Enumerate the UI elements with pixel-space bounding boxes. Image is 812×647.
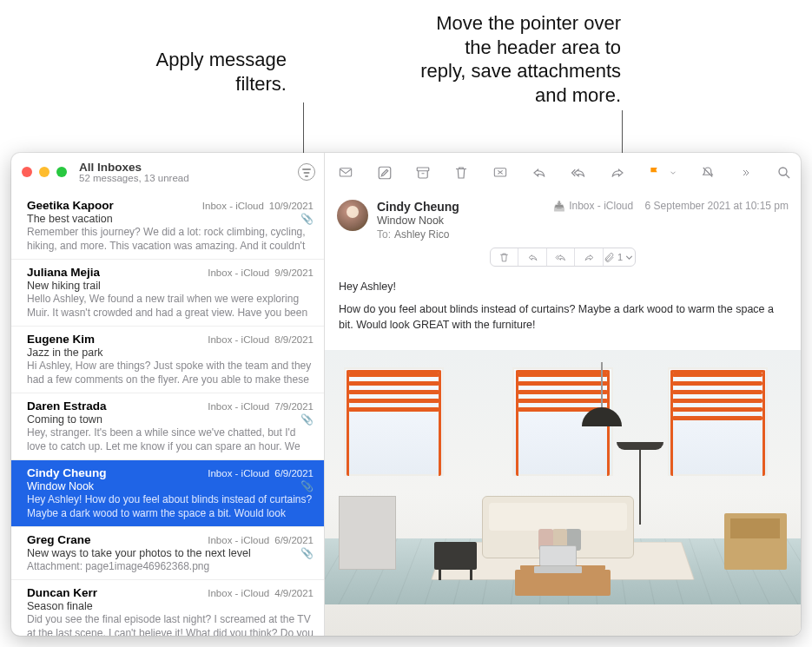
search-icon[interactable] — [776, 164, 792, 182]
message-row[interactable]: Geetika KapoorInbox - iCloud10/9/2021The… — [11, 193, 324, 260]
message-meta: Inbox - iCloud4/9/2021 — [208, 588, 314, 598]
forward-icon[interactable] — [610, 164, 625, 182]
hover-trash-icon[interactable] — [491, 248, 518, 266]
avatar — [337, 200, 368, 231]
message-row[interactable]: Duncan KerrInbox - iCloud4/9/2021Season … — [11, 580, 324, 636]
trash-icon[interactable] — [453, 164, 469, 182]
message-row[interactable]: Greg CraneInbox - iCloud6/9/2021New ways… — [11, 527, 324, 580]
window-close-button[interactable] — [22, 167, 32, 177]
archive-icon[interactable] — [415, 164, 431, 182]
compose-icon[interactable] — [377, 164, 393, 182]
body-line: How do you feel about blinds instead of … — [339, 301, 787, 333]
window-minimize-button[interactable] — [39, 167, 50, 177]
svg-rect-2 — [417, 168, 429, 171]
reading-pane: Cindy Cheung Window Nook To:Ashley Rico … — [325, 153, 801, 636]
attach-count: 1 — [617, 252, 623, 262]
mute-icon[interactable] — [700, 164, 716, 182]
sender: Geetika Kapoor — [27, 199, 114, 212]
window-controls — [22, 167, 67, 177]
list-header-text: All Inboxes 52 messages, 13 unread — [79, 161, 298, 183]
to-label: To: — [377, 228, 391, 241]
header-mailbox: Inbox - iCloud — [553, 200, 633, 212]
header-meta: Cindy Cheung Window Nook To:Ashley Rico — [377, 200, 459, 241]
sender: Daren Estrada — [27, 399, 107, 413]
message-meta: Inbox - iCloud10/9/2021 — [202, 201, 314, 211]
header-hover-toolbar: 1 — [490, 248, 636, 267]
subject: Season finale — [27, 600, 314, 612]
from-name: Cindy Cheung — [377, 200, 459, 214]
paperclip-icon: 📎 — [300, 413, 314, 426]
window-zoom-button[interactable] — [56, 167, 67, 177]
subject: Window Nook📎 — [27, 480, 314, 492]
message-row[interactable]: Cindy CheungInbox - iCloud6/9/2021Window… — [11, 460, 324, 527]
subject: Coming to town📎 — [27, 413, 314, 426]
callout-filter-line — [303, 102, 304, 160]
message-meta: Inbox - iCloud6/9/2021 — [208, 468, 314, 479]
header-subject: Window Nook — [377, 215, 459, 227]
preview: Attachment: page1image46962368.png — [27, 559, 314, 573]
more-icon[interactable] — [738, 164, 754, 182]
message-header[interactable]: Cindy Cheung Window Nook To:Ashley Rico … — [325, 193, 801, 274]
preview: Hello Ashley, We found a new trail when … — [27, 292, 314, 320]
hover-attachments-button[interactable]: 1 — [604, 248, 635, 266]
sender: Juliana Mejia — [27, 266, 100, 279]
hover-reply-icon[interactable] — [518, 248, 546, 266]
message-row[interactable]: Juliana MejiaInbox - iCloud9/9/2021New h… — [11, 260, 324, 327]
message-meta: Inbox - iCloud7/9/2021 — [208, 401, 314, 412]
message-row[interactable]: Eugene KimInbox - iCloud8/9/2021Jazz in … — [11, 327, 324, 393]
message-row[interactable]: Daren EstradaInbox - iCloud7/9/2021Comin… — [11, 393, 324, 460]
attachment-image[interactable] — [325, 350, 801, 636]
message-meta: Inbox - iCloud8/9/2021 — [208, 334, 314, 345]
sender: Eugene Kim — [27, 333, 95, 346]
callout-header-hover: Move the pointer over the header area to… — [343, 11, 621, 107]
mail-icon[interactable] — [337, 164, 354, 182]
sender: Greg Crane — [27, 533, 91, 546]
message-meta: Inbox - iCloud6/9/2021 — [208, 535, 314, 545]
callout-filter: Apply message filters. — [52, 48, 287, 96]
paperclip-icon: 📎 — [300, 480, 314, 492]
paperclip-icon: 📎 — [300, 547, 314, 559]
subject: New hiking trail — [27, 280, 314, 292]
subject: New ways to take your photos to the next… — [27, 547, 314, 559]
inbox-title: All Inboxes — [79, 161, 298, 174]
svg-rect-0 — [340, 168, 351, 176]
list-header: All Inboxes 52 messages, 13 unread — [11, 153, 324, 193]
sender: Cindy Cheung — [27, 466, 107, 479]
message-list[interactable]: Geetika KapoorInbox - iCloud10/9/2021The… — [11, 193, 324, 636]
flag-icon[interactable] — [648, 164, 662, 182]
filter-button[interactable] — [298, 163, 315, 181]
hover-reply-all-icon[interactable] — [547, 248, 575, 266]
subject: The best vacation📎 — [27, 213, 314, 225]
preview: Hi Ashley, How are things? Just spoke wi… — [27, 359, 314, 386]
body-line: Hey Ashley! — [339, 279, 787, 294]
message-list-panel: All Inboxes 52 messages, 13 unread Geeti… — [11, 153, 325, 636]
preview: Hey, stranger. It's been a while since w… — [27, 426, 314, 453]
paperclip-icon: 📎 — [300, 213, 314, 225]
junk-icon[interactable] — [492, 164, 509, 182]
hover-forward-icon[interactable] — [575, 248, 603, 266]
preview: Did you see the final episode last night… — [27, 612, 314, 636]
preview: Hey Ashley! How do you feel about blinds… — [27, 492, 314, 520]
message-toolbar — [325, 153, 801, 193]
reply-all-icon[interactable] — [570, 164, 587, 182]
header-right: Inbox - iCloud 6 September 2021 at 10:15… — [553, 200, 789, 212]
reply-icon[interactable] — [531, 164, 547, 182]
subject: Jazz in the park — [27, 347, 314, 359]
sender: Duncan Kerr — [27, 586, 97, 599]
svg-point-4 — [779, 168, 787, 175]
svg-rect-1 — [379, 167, 391, 179]
inbox-subtitle: 52 messages, 13 unread — [79, 173, 298, 183]
header-to: To:Ashley Rico — [377, 228, 459, 241]
header-datetime: 6 September 2021 at 10:15 pm — [645, 200, 789, 212]
preview: Remember this journey? We did a lot: roc… — [27, 225, 314, 253]
message-body: Hey Ashley! How do you feel about blinds… — [325, 274, 801, 350]
flag-menu-chevron-icon[interactable] — [669, 164, 677, 182]
mail-window: All Inboxes 52 messages, 13 unread Geeti… — [11, 153, 801, 636]
to-name: Ashley Rico — [394, 228, 449, 241]
message-meta: Inbox - iCloud9/9/2021 — [208, 267, 314, 278]
